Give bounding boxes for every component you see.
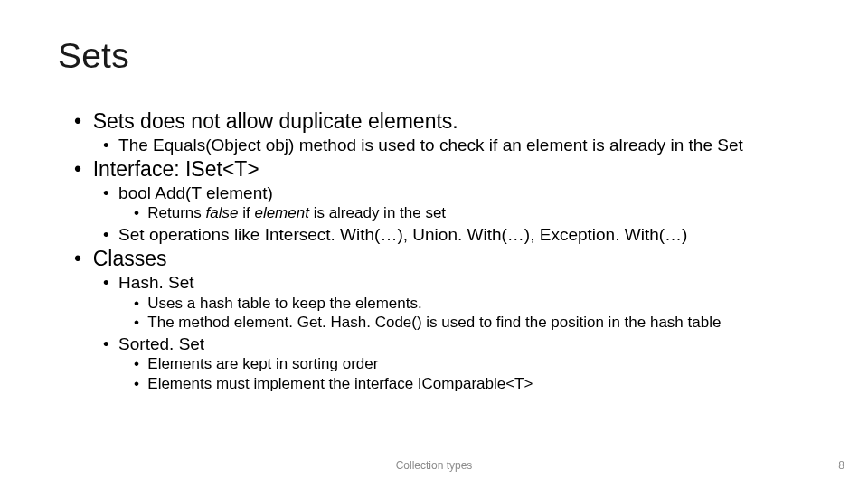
content-list: Sets does not allow duplicate elements. … [74, 108, 810, 394]
bullet-icomparable: Elements must implement the interface IC… [134, 375, 810, 394]
italic-false: false [206, 204, 239, 221]
slide-title: Sets [58, 36, 810, 76]
bullet-sorting-order: Elements are kept in sorting order [134, 355, 810, 374]
page-number: 8 [838, 459, 844, 472]
italic-element: element [254, 204, 308, 221]
bullet-interface-iset: Interface: ISet<T> [74, 156, 810, 182]
bullet-hashset: Hash. Set [103, 272, 810, 293]
text: is already in the set [309, 204, 446, 221]
bullet-returns-false: Returns false if element is already in t… [134, 204, 810, 223]
bullet-bool-add: bool Add(T element) [103, 183, 810, 203]
text: if [238, 204, 254, 221]
bullet-classes: Classes [74, 246, 810, 271]
bullet-sortedset: Sorted. Set [103, 333, 810, 354]
bullet-hashset-table: Uses a hash table to keep the elements. [134, 295, 810, 314]
bullet-equals-method: The Equals(Object obj) method is used to… [103, 135, 810, 155]
text: Returns [147, 204, 205, 221]
bullet-set-operations: Set operations like Intersect. With(…), … [103, 224, 810, 245]
bullet-sets-no-duplicates: Sets does not allow duplicate elements. [74, 108, 810, 134]
bullet-gethashcode: The method element. Get. Hash. Code() is… [134, 314, 810, 333]
footer-label: Collection types [0, 459, 868, 472]
slide: Sets Sets does not allow duplicate eleme… [0, 0, 868, 488]
